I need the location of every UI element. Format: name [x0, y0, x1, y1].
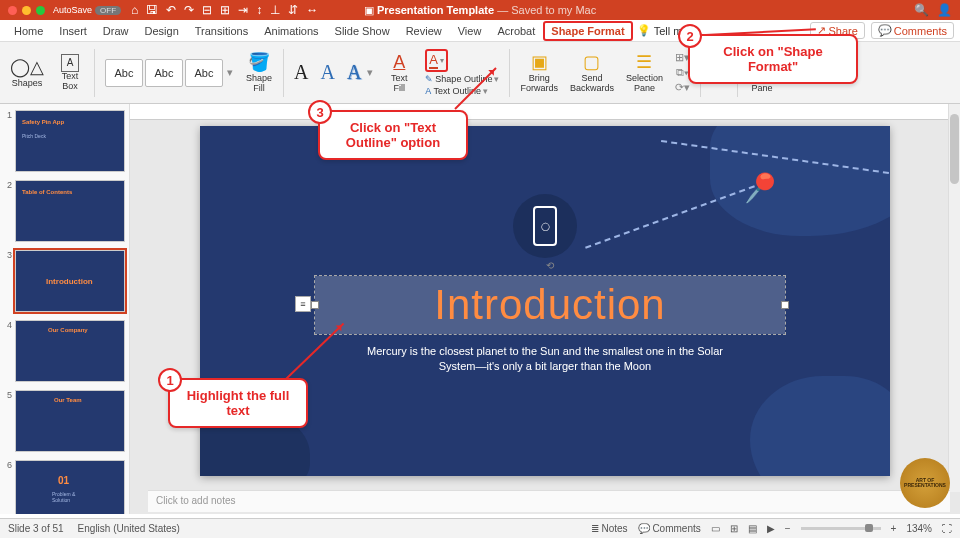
title-text-box[interactable]: ⟲ Introduction — [315, 276, 785, 334]
file-icon: ▣ — [364, 4, 377, 16]
text-fill-button[interactable]: AText Fill — [381, 50, 417, 96]
thumbnail-4[interactable]: Our Company — [15, 320, 125, 382]
zoom-level[interactable]: 134% — [906, 523, 932, 534]
send-backward-icon: ▢ — [583, 52, 600, 74]
textbox-icon: A — [61, 54, 79, 72]
notes-pane[interactable]: Click to add notes — [148, 490, 950, 512]
gallery-more-icon[interactable]: ▾ — [367, 66, 373, 79]
tab-animations[interactable]: Animations — [256, 21, 326, 41]
text-align-handle[interactable]: ≡ — [295, 296, 311, 312]
save-icon[interactable]: 🖫 — [146, 3, 158, 17]
user-icon[interactable]: 👤 — [937, 3, 952, 17]
slide-counter[interactable]: Slide 3 of 51 — [8, 523, 64, 534]
tab-shape-format[interactable]: Shape Format — [543, 21, 632, 41]
maximize-icon[interactable] — [36, 6, 45, 15]
tab-slide-show[interactable]: Slide Show — [327, 21, 398, 41]
slide-canvas: 📍 ⟲ Introduction ≡ Mercury is the closes… — [130, 104, 960, 514]
tab-view[interactable]: View — [450, 21, 490, 41]
close-icon[interactable] — [8, 6, 17, 15]
vertical-scrollbar[interactable] — [948, 104, 960, 492]
qat-icon[interactable]: ⊥ — [270, 3, 280, 17]
shape-style[interactable]: Abc — [185, 59, 223, 87]
qat-icon[interactable]: ⇵ — [288, 3, 298, 17]
tab-home[interactable]: Home — [6, 21, 51, 41]
rotate-handle-icon[interactable]: ⟲ — [546, 260, 554, 271]
redo-icon[interactable]: ↷ — [184, 3, 194, 17]
view-slideshow-icon[interactable]: ▶ — [767, 523, 775, 534]
slide-body-text[interactable]: Mercury is the closest planet to the Sun… — [355, 344, 735, 375]
gallery-more-icon[interactable]: ▾ — [227, 66, 233, 79]
qat-icon[interactable]: ⊟ — [202, 3, 212, 17]
document-title: ▣ Presentation Template — Saved to my Ma… — [364, 4, 596, 17]
bring-forward-icon: ▣ — [531, 52, 548, 74]
text-outline-icon: A — [429, 52, 438, 69]
qat-icon[interactable]: ↔ — [306, 3, 318, 17]
qat-icon[interactable]: ⇥ — [238, 3, 248, 17]
undo-icon[interactable]: ↶ — [166, 3, 176, 17]
view-sorter-icon[interactable]: ⊞ — [730, 523, 738, 534]
notes-toggle[interactable]: ≣ Notes — [591, 523, 628, 534]
zoom-slider[interactable] — [801, 527, 881, 530]
tab-draw[interactable]: Draw — [95, 21, 137, 41]
thumbnail-5[interactable]: Our Team — [15, 390, 125, 452]
language-indicator[interactable]: English (United States) — [78, 523, 180, 534]
text-outline-button[interactable]: A ▾ — [425, 49, 448, 72]
tab-insert[interactable]: Insert — [51, 21, 95, 41]
ruler-horizontal — [130, 104, 960, 120]
tab-review[interactable]: Review — [398, 21, 450, 41]
tab-transitions[interactable]: Transitions — [187, 21, 256, 41]
autosave-label: AutoSave — [53, 5, 92, 15]
window-controls — [8, 6, 45, 15]
search-icon[interactable]: 🔍 — [914, 3, 929, 17]
tab-design[interactable]: Design — [137, 21, 187, 41]
shapes-button[interactable]: ◯△Shapes — [6, 55, 48, 91]
rotate-button[interactable]: ⟳▾ — [675, 81, 690, 94]
fit-icon[interactable]: ⛶ — [942, 523, 952, 534]
tab-acrobat[interactable]: Acrobat — [489, 21, 543, 41]
qat-icon[interactable]: ↕ — [256, 3, 262, 17]
comments-button[interactable]: 💬Comments — [871, 22, 954, 39]
shape-style[interactable]: Abc — [105, 59, 143, 87]
bring-forwards-button[interactable]: ▣Bring Forwards — [516, 50, 562, 96]
send-backwards-button[interactable]: ▢Send Backwards — [566, 50, 618, 96]
slide-thumbnails: 1Safety Pin AppPitch Deck 2Table of Cont… — [0, 104, 130, 514]
home-icon[interactable]: ⌂ — [131, 3, 138, 17]
phone-icon — [533, 206, 557, 246]
main-area: 1Safety Pin AppPitch Deck 2Table of Cont… — [0, 104, 960, 514]
wordart-style[interactable]: A — [347, 61, 361, 84]
shape-styles-gallery[interactable]: Abc Abc Abc ▾ — [101, 57, 237, 89]
watermark-logo: ART OF PRESENTATIONS — [900, 458, 950, 508]
qat-icon[interactable]: ⊞ — [220, 3, 230, 17]
autosave-toggle[interactable]: AutoSave OFF — [53, 5, 121, 15]
wordart-styles-gallery[interactable]: A A A ▾ — [290, 59, 377, 86]
text-fill-icon: A — [393, 52, 405, 74]
minimize-icon[interactable] — [22, 6, 31, 15]
thumbnail-3[interactable]: Introduction — [15, 250, 125, 312]
title-bar: AutoSave OFF ⌂ 🖫 ↶ ↷ ⊟ ⊞ ⇥ ↕ ⊥ ⇵ ↔ ▣ Pre… — [0, 0, 960, 20]
thumbnail-2[interactable]: Table of Contents — [15, 180, 125, 242]
text-box-button[interactable]: AText Box — [52, 52, 88, 94]
callout-3: 3 Click on "Text Outline" option — [318, 110, 468, 160]
wordart-style[interactable]: A — [320, 61, 334, 84]
phone-icon-circle — [513, 194, 577, 258]
autosave-state: OFF — [95, 6, 121, 15]
slide-title[interactable]: Introduction — [434, 281, 665, 329]
shape-fill-button[interactable]: 🪣Shape Fill — [241, 50, 277, 96]
bucket-icon: 🪣 — [248, 52, 270, 74]
shape-style[interactable]: Abc — [145, 59, 183, 87]
selection-pane-icon: ☰ — [636, 52, 652, 74]
view-normal-icon[interactable]: ▭ — [711, 523, 720, 534]
bulb-icon: 💡 — [637, 24, 651, 37]
thumbnail-6[interactable]: 01Problem & Solution — [15, 460, 125, 514]
shapes-icon: ◯△ — [10, 57, 44, 79]
view-reading-icon[interactable]: ▤ — [748, 523, 757, 534]
selection-pane-button[interactable]: ☰Selection Pane — [622, 50, 667, 96]
thumbnail-1[interactable]: Safety Pin AppPitch Deck — [15, 110, 125, 172]
comment-icon: 💬 — [878, 24, 892, 37]
text-outline-a-icon: A — [425, 86, 431, 96]
wordart-style[interactable]: A — [294, 61, 308, 84]
comments-toggle[interactable]: 💬 Comments — [638, 523, 701, 534]
text-outline-row[interactable]: A Text Outline▾ — [425, 86, 488, 96]
callout-2: 2 Click on "Shape Format" — [688, 34, 858, 84]
pen-icon: ✎ — [425, 74, 433, 84]
